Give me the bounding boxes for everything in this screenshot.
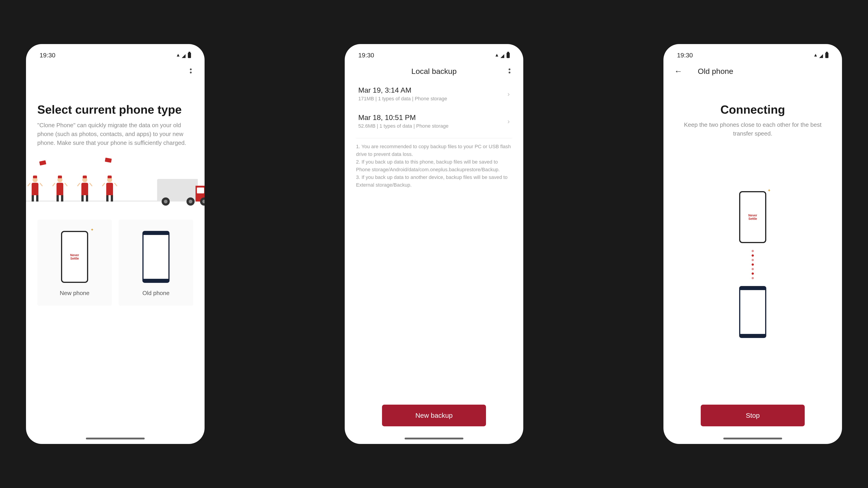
backup-subtitle: 171MB | 1 types of data | Phone storage [358,96,447,102]
page-title: Select current phone type [37,103,193,116]
home-indicator[interactable] [723,437,782,440]
sparkle-icon: ✦ [767,188,771,193]
status-icons [814,52,829,59]
note-line: 1. You are recommended to copy backup fi… [356,143,512,158]
more-menu-button[interactable] [187,65,194,76]
app-bar: Local backup [345,62,523,80]
back-button[interactable]: ← [673,65,684,78]
chevron-right-icon: › [507,118,510,125]
new-phone-icon [739,191,766,243]
notes: 1. You are recommended to copy backup fi… [356,143,512,189]
new-phone-icon [61,231,88,283]
connecting-illustration: ✦ [675,125,831,404]
status-time: 19:30 [39,52,55,59]
battery-icon [506,53,510,58]
page-header: Old phone [698,67,733,76]
home-indicator[interactable] [86,437,145,440]
old-phone-icon [739,286,766,338]
app-bar: ← Old phone [663,62,842,80]
page-title: Connecting [675,103,831,116]
note-line: 3. If you back up data to another device… [356,173,512,189]
old-phone-icon [143,231,169,283]
new-phone-label: New phone [60,290,90,297]
page-description: "Clone Phone" can quickly migrate the da… [37,121,193,147]
screen-connecting: 19:30 ← Old phone Connecting Keep the tw… [663,44,842,444]
old-phone-card[interactable]: Old phone [119,220,193,306]
battery-icon [825,53,829,58]
more-menu-button[interactable] [506,65,513,76]
connection-dots-icon [752,250,754,279]
wifi-icon [495,52,498,59]
signal-icon [819,52,823,59]
backup-title: Mar 18, 10:51 PM [358,113,448,122]
new-phone-card[interactable]: ✦ New phone [37,220,112,306]
divider [356,138,512,138]
battery-icon [188,53,191,58]
old-phone-label: Old phone [143,290,169,297]
status-bar: 19:30 [345,48,523,62]
note-line: 2. If you back up data to this phone, ba… [356,158,512,173]
backup-subtitle: 52.6MB | 1 types of data | Phone storage [358,123,448,129]
stop-button[interactable]: Stop [701,404,805,426]
backup-item[interactable]: Mar 19, 3:14 AM 171MB | 1 types of data … [356,80,512,107]
status-icons [495,52,510,59]
new-backup-button[interactable]: New backup [382,404,486,426]
signal-icon [500,52,504,59]
backup-title: Mar 19, 3:14 AM [358,86,447,94]
status-bar: 19:30 [663,48,842,62]
backup-item[interactable]: Mar 18, 10:51 PM 52.6MB | 1 types of dat… [356,107,512,135]
wifi-icon [177,52,180,59]
sparkle-icon: ✦ [90,227,94,232]
screen-select-phone-type: 19:30 Select current phone type "Clone P… [26,44,205,444]
wifi-icon [814,52,817,59]
page-title: Local backup [411,67,457,76]
chevron-right-icon: › [507,90,510,98]
status-time: 19:30 [358,52,374,59]
status-icons [177,52,191,59]
screen-local-backup: 19:30 Local backup Mar 19, 3:14 AM 171MB… [345,44,523,444]
status-bar: 19:30 [26,48,205,62]
status-time: 19:30 [677,52,693,59]
home-indicator[interactable] [405,437,463,440]
illustration [26,156,205,206]
signal-icon [182,52,186,59]
app-bar [26,62,205,80]
